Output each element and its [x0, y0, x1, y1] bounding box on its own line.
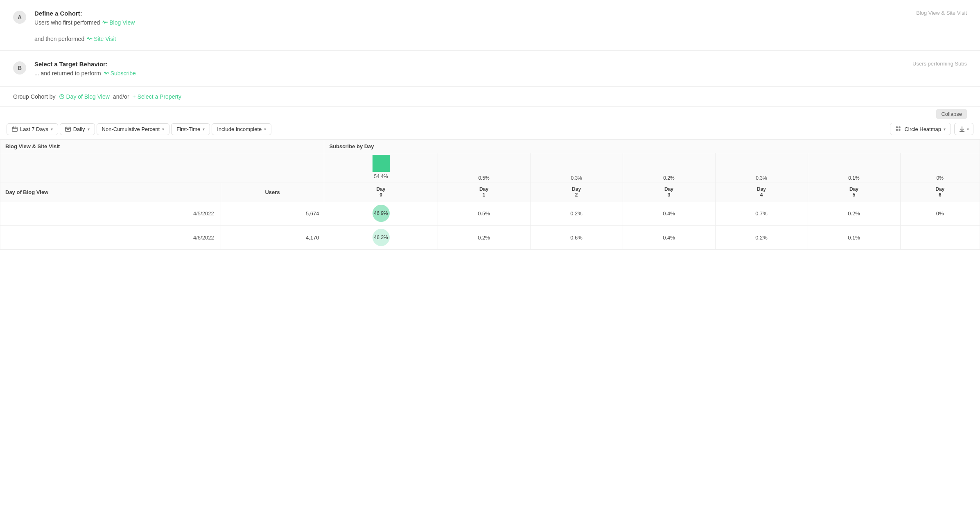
- row2-day0: 46.3%: [324, 226, 438, 250]
- collapse-button[interactable]: Collapse: [936, 109, 967, 119]
- svg-point-14: [896, 129, 898, 131]
- frequency-calendar-icon: [65, 126, 71, 132]
- row1-day3: 0.4%: [623, 201, 715, 226]
- activity-icon-3: [104, 70, 109, 76]
- cohort-b-line-1: ... and returned to perform Subscribe: [34, 70, 967, 77]
- group-cohort-andor: and/or: [113, 93, 129, 100]
- section-a-right-label: Blog View & Site Visit: [916, 10, 967, 16]
- row1-day1: 0.5%: [438, 201, 530, 226]
- section-a-title: Define a Cohort:: [34, 10, 967, 17]
- group-cohort-value-label: Day of Blog View: [66, 93, 110, 100]
- collapse-btn-row: Collapse: [0, 107, 980, 119]
- summary-row: 54.4% 0.5% 0.3% 0.2% 0.3% 0.1% 0%: [0, 153, 980, 183]
- heatmap-cell-1: 0.5%: [438, 153, 530, 183]
- frequency-button[interactable]: Daily ▾: [60, 123, 95, 135]
- step-b-circle: B: [13, 61, 26, 75]
- include-incomplete-button[interactable]: Include Incomplete ▾: [212, 123, 271, 135]
- summary-pct-6: 0%: [937, 175, 944, 181]
- select-property-label: + Select a Property: [133, 93, 181, 100]
- subscribe-header: Subscribe by Day: [324, 140, 980, 153]
- section-b-title: Select a Target Behavior:: [34, 61, 967, 68]
- cohort-line2-prefix: and then performed: [34, 36, 84, 42]
- grid-icon: [895, 126, 902, 132]
- summary-pct-2: 0.3%: [571, 175, 582, 181]
- circle-heatmap-button[interactable]: Circle Heatmap ▾: [890, 123, 951, 135]
- heatmap-cell-4: 0.3%: [715, 153, 808, 183]
- user-type-chevron: ▾: [203, 127, 205, 131]
- table-section: Blog View & Site Visit Subscribe by Day …: [0, 140, 980, 250]
- row2-day5: 0.1%: [808, 226, 900, 250]
- summary-pct-1: 0.5%: [478, 175, 489, 181]
- users-header: Users: [221, 183, 324, 201]
- day2-header: Day2: [530, 183, 623, 201]
- row1-day4: 0.7%: [715, 201, 808, 226]
- svg-point-15: [899, 129, 901, 131]
- summary-pct-4: 0.3%: [756, 175, 767, 181]
- heatmap-square: [373, 155, 390, 172]
- row1-day2: 0.2%: [530, 201, 623, 226]
- blog-view-link[interactable]: Blog View: [102, 19, 135, 26]
- row2-users: 4,170: [221, 226, 324, 250]
- row1-day0: 46.9%: [324, 201, 438, 226]
- summary-empty: [0, 153, 324, 183]
- frequency-label: Daily: [73, 126, 85, 132]
- activity-icon-1: [102, 20, 108, 25]
- heatmap-cell-5: 0.1%: [808, 153, 900, 183]
- metric-label: Non-Cumulative Percent: [102, 126, 160, 132]
- circle-day0-row2: 46.3%: [373, 229, 390, 246]
- day0-header: Day0: [324, 183, 438, 201]
- summary-pct-5: 0.1%: [848, 175, 859, 181]
- svg-point-13: [899, 126, 901, 129]
- heatmap-cell-6: 0%: [900, 153, 980, 183]
- svg-rect-7: [65, 127, 70, 132]
- row1-day5: 0.2%: [808, 201, 900, 226]
- cohort-line-2: and then performed Site Visit: [34, 36, 967, 42]
- frequency-chevron: ▾: [88, 127, 90, 131]
- day3-header: Day3: [623, 183, 715, 201]
- date-range-chevron: ▾: [51, 127, 53, 131]
- svg-point-12: [896, 126, 898, 129]
- row2-day2: 0.6%: [530, 226, 623, 250]
- metric-button[interactable]: Non-Cumulative Percent ▾: [97, 123, 170, 135]
- row2-day6: [900, 226, 980, 250]
- heatmap-cell-3: 0.2%: [623, 153, 715, 183]
- section-a-content: Define a Cohort: Users who first perform…: [34, 10, 967, 42]
- row1-users: 5,674: [221, 201, 324, 226]
- table-row: 4/6/2022 4,170 46.3% 0.2% 0.6% 0.4% 0.2%…: [0, 226, 980, 250]
- calendar-small-icon: [59, 94, 65, 99]
- date-range-label: Last 7 Days: [20, 126, 48, 132]
- main-container: A Define a Cohort: Users who first perfo…: [0, 0, 980, 506]
- svg-rect-3: [12, 127, 17, 132]
- group-cohort-label: Group Cohort by: [13, 93, 56, 100]
- site-visit-link[interactable]: Site Visit: [87, 36, 116, 42]
- user-type-label: First-Time: [176, 126, 200, 132]
- day6-header: Day6: [900, 183, 980, 201]
- cohort-line1-prefix: Users who first performed: [34, 19, 100, 26]
- circle-day0-row1: 46.9%: [373, 205, 390, 222]
- circle-heatmap-label: Circle Heatmap: [904, 126, 941, 132]
- toolbar: Last 7 Days ▾ Daily ▾ Non-Cumulative Per…: [0, 119, 980, 140]
- summary-pct-3: 0.2%: [663, 175, 674, 181]
- section-b: B Select a Target Behavior: ... and retu…: [0, 51, 980, 87]
- day-label-row: Day of Blog View Users Day0 Day1 Day2 Da…: [0, 183, 980, 201]
- download-button[interactable]: ▾: [954, 123, 973, 135]
- select-property-link[interactable]: + Select a Property: [133, 93, 181, 100]
- date-range-button[interactable]: Last 7 Days ▾: [7, 123, 58, 135]
- section-b-content: Select a Target Behavior: ... and return…: [34, 61, 967, 78]
- subscribe-link[interactable]: Subscribe: [104, 70, 136, 77]
- activity-icon-2: [87, 36, 93, 42]
- include-incomplete-label: Include Incomplete: [217, 126, 262, 132]
- group-cohort-value[interactable]: Day of Blog View: [59, 93, 110, 100]
- row2-date: 4/6/2022: [0, 226, 221, 250]
- download-chevron: ▾: [967, 127, 969, 131]
- user-type-button[interactable]: First-Time ▾: [171, 123, 210, 135]
- day1-header: Day1: [438, 183, 530, 201]
- download-icon: [959, 126, 965, 132]
- day-of-header: Day of Blog View: [0, 183, 221, 201]
- cohort-b-line1-prefix: ... and returned to perform: [34, 70, 101, 77]
- row2-day1: 0.2%: [438, 226, 530, 250]
- step-a-circle: A: [13, 11, 26, 24]
- table-row: 4/5/2022 5,674 46.9% 0.5% 0.2% 0.4% 0.7%…: [0, 201, 980, 226]
- table-header-row: Blog View & Site Visit Subscribe by Day: [0, 140, 980, 153]
- metric-chevron: ▾: [162, 127, 164, 131]
